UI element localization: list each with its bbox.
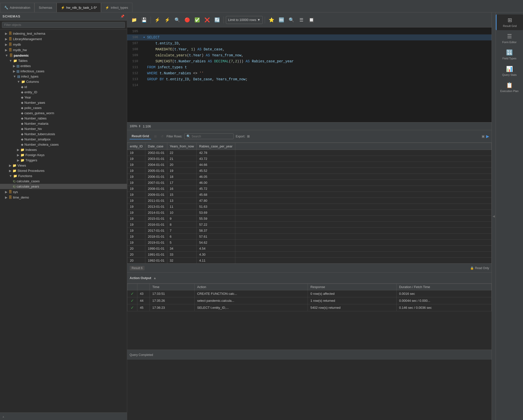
table-row: 192014-01-011053.69 <box>127 210 492 216</box>
col-header-date-case[interactable]: Date_case <box>145 143 167 150</box>
tree-col-rabies[interactable]: ◆ Number_rabies <box>0 116 127 121</box>
zoom-control[interactable]: 100% ⇕ <box>130 124 141 128</box>
action-col-action[interactable]: Action <box>194 284 308 290</box>
tab-administration[interactable]: 🔧 Administration <box>0 3 34 12</box>
expand-icon: ▶ <box>17 148 19 152</box>
execute-current-button[interactable]: ⚡ <box>163 15 172 24</box>
tree-item-entities[interactable]: ▶ ▤ entities <box>0 63 127 69</box>
tree-col-year[interactable]: ◆ Year <box>0 95 127 100</box>
grid-view-icon[interactable]: ▣ <box>482 134 485 138</box>
action-col-time[interactable]: Time <box>150 284 195 290</box>
right-panel-field-types[interactable]: 🔣 Field Types <box>496 47 523 63</box>
tree-col-id[interactable]: ◆ id <box>0 84 127 90</box>
line-number: 110 <box>127 58 142 64</box>
right-panel-form-editor[interactable]: ☰ Form Editor <box>496 31 523 46</box>
editor-area[interactable]: 105 106 ● SELECT 107 t.entity_ID, <box>127 27 492 122</box>
col-icon: ◆ <box>21 122 23 125</box>
table-cell: 2009-01-01 <box>145 192 167 198</box>
zoom-arrows[interactable]: ⇕ <box>138 124 141 128</box>
tree-col-tb[interactable]: ◆ Number_tuberculosis <box>0 131 127 137</box>
expand-icon: ▼ <box>5 54 8 57</box>
action-col-response[interactable]: Response <box>308 284 397 290</box>
schema-item-library[interactable]: ▶ 🗄 LibraryManagement <box>0 36 127 42</box>
tree-item-stored-procs[interactable]: ▶ 📁 Stored Procedures <box>0 168 127 173</box>
table-cell: 2015-01-01 <box>145 216 167 222</box>
tree-col-polio[interactable]: ◆ polio_cases <box>0 105 127 110</box>
limit-label: Limit to 10000 rows <box>228 18 256 22</box>
table-cell: 19 <box>127 210 145 216</box>
result-grid-tab[interactable]: Result Grid <box>130 133 151 139</box>
action-toggle-icon[interactable]: ▲ <box>153 276 157 280</box>
tree-func-calc-cases[interactable]: f() calculate_cases <box>0 179 127 184</box>
commit-button[interactable]: ✅ <box>193 15 202 24</box>
sidebar-pin-icon[interactable]: 📌 <box>120 14 124 18</box>
expand-icon: ▶ <box>5 48 7 52</box>
explain-button[interactable]: 🔍 <box>173 15 182 24</box>
export-icon[interactable]: ⊞ <box>247 134 250 138</box>
expand-icon: ▶ <box>17 158 19 162</box>
schema-item-pandemic[interactable]: ▼ 🗄 pandemic <box>0 53 127 58</box>
status-text: Query Completed <box>130 353 153 357</box>
table-cell-extra <box>235 240 491 246</box>
table-cell-extra <box>235 150 491 156</box>
col-header-years[interactable]: Years_from_now <box>167 143 196 150</box>
tree-item-functions[interactable]: ▼ 📁 Functions <box>0 173 127 179</box>
tree-item-infectious[interactable]: ▶ ▤ infectious_cases <box>0 69 127 74</box>
bookmark-button[interactable]: ⭐ <box>267 15 276 24</box>
data-grid[interactable]: entity_ID Date_case Years_from_now Rabie… <box>127 143 492 263</box>
schema-item-mydb-hw[interactable]: ▶ 🗄 mydb_hw <box>0 47 127 53</box>
col-header-entity-id[interactable]: entity_ID <box>127 143 145 150</box>
action-num-cell: 43 <box>137 290 150 297</box>
stop-button[interactable]: 🔴 <box>183 15 192 24</box>
col-label: id <box>24 85 27 89</box>
tab-schemas[interactable]: Schemas <box>34 3 56 12</box>
action-status-cell: ✓ <box>127 290 137 297</box>
col-header-rabies[interactable]: Rabies_case_per_year <box>196 143 235 150</box>
tree-item-columns[interactable]: ▼ 📁 Columns <box>0 79 127 84</box>
schema-item-sys[interactable]: ▶ 🗄 sys <box>0 189 127 195</box>
tree-item-fk[interactable]: ▶ 📁 Foreign Keys <box>0 152 127 158</box>
tree-col-entity-id[interactable]: ◆ entity_ID <box>0 90 127 95</box>
tab-query[interactable]: ⚡ hw_rdb_fp_task_1-5* <box>57 3 101 12</box>
right-panel-query-stats[interactable]: 📊 Query Stats <box>496 63 523 79</box>
beautify-button[interactable]: 🔤 <box>277 15 286 24</box>
tree-item-tables[interactable]: ▼ 📁 Tables <box>0 58 127 63</box>
expand-icon[interactable]: ▶ <box>486 134 489 139</box>
right-panel-execution-plan[interactable]: 📋 Execution Plan <box>496 80 523 95</box>
tab-infect[interactable]: ⚡ infect_types <box>101 3 132 12</box>
filter-input[interactable] <box>2 22 125 28</box>
action-response-cell: 5402 row(s) returned <box>308 304 397 311</box>
tree-item-infect-types[interactable]: ▼ ▤ infect_types <box>0 74 127 79</box>
table-cell: 18 <box>167 174 196 180</box>
action-col-duration[interactable]: Duration / Fetch Time <box>396 284 491 290</box>
tree-col-hiv[interactable]: ◆ Number_hiv <box>0 126 127 131</box>
search-input[interactable] <box>191 135 231 138</box>
save-button[interactable]: 💾 <box>140 15 149 24</box>
tree-func-calc-years[interactable]: f() calculate_years <box>0 184 127 189</box>
tree-col-smallpox[interactable]: ◆ Number_smallpox <box>0 137 127 142</box>
execute-button[interactable]: ⚡ <box>153 15 162 24</box>
rollback-button[interactable]: ❌ <box>203 15 212 24</box>
right-panel-result-grid[interactable]: ⊞ Result Grid <box>496 14 523 30</box>
open-folder-button[interactable]: 📁 <box>130 15 139 24</box>
refresh-button[interactable]: 🔄 <box>213 15 222 24</box>
schema-item-time-demo[interactable]: ▶ 🗄 time_demo <box>0 195 127 200</box>
tree-item-views[interactable]: ▶ 📁 Views <box>0 163 127 168</box>
tree-col-num-yaws[interactable]: ◆ Number_yaws <box>0 100 127 105</box>
table-cell: 7 <box>167 228 196 234</box>
tree-item-triggers[interactable]: ▶ 📁 Triggers <box>0 158 127 163</box>
divider-handle[interactable]: ◀ <box>492 12 496 420</box>
snippets-button[interactable]: ☰ <box>297 15 306 24</box>
schema-item-mydb[interactable]: ▶ 🗄 mydb <box>0 42 127 47</box>
tree-col-guinea[interactable]: ◆ cases_guinea_worm <box>0 110 127 116</box>
tree-col-malaria[interactable]: ◆ Number_malaria <box>0 121 127 126</box>
action-row: ✓4317:33:51CREATE FUNCTION calc...0 row(… <box>127 290 492 297</box>
line-content: MAKEDATE(t.Year, 1) AS Date_case, <box>146 46 492 52</box>
tree-col-cholera[interactable]: ◆ Number_cholera_cases <box>0 142 127 147</box>
schema-item-indexing[interactable]: ▶ 🗄 indexing_test_schema <box>0 31 127 36</box>
inspector-button[interactable]: 🔲 <box>307 15 316 24</box>
find-button[interactable]: 🔍 <box>287 15 296 24</box>
search-icon: 🔍 <box>186 134 190 138</box>
tree-item-indexes[interactable]: ▶ 📁 Indexes <box>0 147 127 152</box>
limit-dropdown[interactable]: Limit to 10000 rows ▼ <box>226 16 263 24</box>
